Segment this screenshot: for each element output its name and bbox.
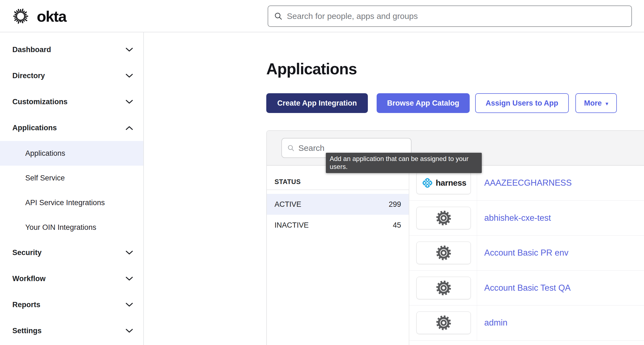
tooltip: Add an application that can be assigned … [326,153,482,173]
top-bar: okta [0,0,644,32]
assign-users-to-app-button[interactable]: Assign Users to App [475,93,569,113]
gear-icon [435,280,452,296]
status-filter-active[interactable]: ACTIVE 299 [267,194,409,215]
gear-icon [435,315,452,331]
search-icon [274,12,282,20]
okta-logo[interactable]: okta [12,0,66,32]
page-title: Applications [266,60,357,78]
okta-admin-screen: okta Dashboard Directory Customizations [0,0,644,345]
sidebar-item-directory[interactable]: Directory [0,63,143,89]
sidebar-item-workflow[interactable]: Workflow [0,266,143,292]
action-buttons: Create App Integration Browse App Catalo… [266,93,617,113]
status-filter: STATUS ACTIVE 299 INACTIVE 45 [267,166,409,345]
sidebar-item-customizations[interactable]: Customizations [0,89,143,115]
app-row: Account Basic Test QA [409,271,644,306]
create-app-integration-button[interactable]: Create App Integration [266,93,368,113]
okta-sunburst-icon [12,7,30,25]
sidebar-subitem-applications[interactable]: Applications [0,141,143,166]
active-count: 299 [389,200,401,209]
chevron-down-icon [126,74,133,78]
search-icon [287,145,295,152]
app-logo-tile [416,242,471,264]
app-logo-tile [416,207,471,229]
sidebar-item-dashboard[interactable]: Dashboard [0,37,143,63]
chevron-down-icon [126,251,133,255]
app-logo-tile: harness [416,172,471,194]
more-button[interactable]: More ▾ [575,93,617,113]
chevron-down-icon [126,303,133,307]
app-row: admin [409,306,644,341]
okta-wordmark: okta [37,7,66,25]
sidebar-item-settings[interactable]: Settings [0,318,143,344]
sidebar: Dashboard Directory Customizations Appli… [0,32,144,345]
sidebar-subitem-self-service[interactable]: Self Service [0,166,143,190]
app-row: Account Basic PR env [409,236,644,271]
sidebar-item-applications[interactable]: Applications [0,115,143,141]
app-link[interactable]: Account Basic Test QA [484,283,571,293]
gear-icon [435,210,452,226]
sidebar-item-security[interactable]: Security [0,240,143,266]
global-search[interactable] [268,5,632,27]
app-list-search-input[interactable] [298,143,411,153]
applications-subnav: Applications Self Service API Service In… [0,141,143,240]
app-logo-tile [416,312,471,334]
chevron-down-icon [126,329,133,333]
app-link[interactable]: Account Basic PR env [484,248,569,258]
applications-panel-body: STATUS ACTIVE 299 INACTIVE 45 [267,166,644,345]
chevron-up-icon [126,126,133,130]
sidebar-item-reports[interactable]: Reports [0,292,143,318]
chevron-down-icon [126,100,133,104]
app-row: abhishek-cxe-test [409,201,644,236]
sidebar-subitem-your-oin-integrations[interactable]: Your OIN Integrations [0,215,143,240]
chevron-down-icon [126,277,133,281]
app-logo-tile [416,277,471,299]
gear-icon [435,245,452,261]
app-link[interactable]: AAAZEECGHARNESS [484,178,572,188]
app-list: harness AAAZEECGHARNESS [409,166,644,345]
chevron-down-icon [126,48,133,52]
caret-down-icon: ▾ [606,101,608,107]
app-link[interactable]: abhishek-cxe-test [484,213,551,223]
sidebar-subitem-api-service-integrations[interactable]: API Service Integrations [0,190,143,215]
harness-logo-icon: harness [421,176,466,190]
status-filter-inactive[interactable]: INACTIVE 45 [267,215,409,236]
browse-app-catalog-button[interactable]: Browse App Catalog [377,93,470,113]
inactive-count: 45 [393,221,401,230]
global-search-input[interactable] [287,12,631,21]
app-link[interactable]: admin [484,318,507,328]
